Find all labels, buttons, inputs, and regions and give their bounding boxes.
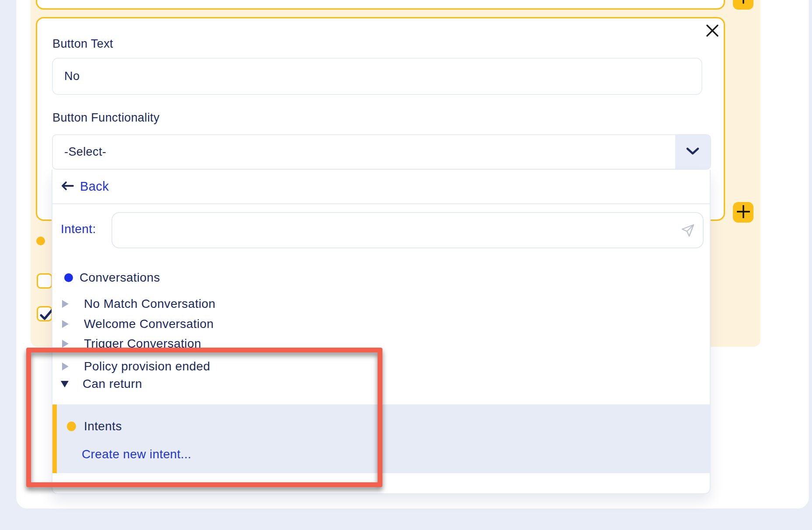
left-arrow-icon xyxy=(61,181,74,192)
caret-down-icon xyxy=(61,381,69,387)
select-chevron-cap[interactable] xyxy=(675,135,710,169)
intents-highlight-block: Intents Create new intent... xyxy=(52,404,710,473)
caret-right-icon xyxy=(62,340,69,348)
chevron-down-icon xyxy=(686,147,699,157)
tree-item-label: Can return xyxy=(83,377,142,391)
caret-right-icon xyxy=(62,320,69,328)
intents-label: Intents xyxy=(84,419,122,433)
back-label: Back xyxy=(80,179,109,194)
yellow-dot-icon xyxy=(67,422,76,431)
tree-item-label: Policy provision ended xyxy=(84,359,210,373)
plus-icon xyxy=(736,0,751,6)
select-value: -Select- xyxy=(64,135,106,169)
button-text-label: Button Text xyxy=(52,37,113,51)
caret-right-icon xyxy=(62,300,69,308)
button-text-input[interactable] xyxy=(52,58,702,95)
tree-item-label: Welcome Conversation xyxy=(84,317,214,331)
intent-label: Intent: xyxy=(61,205,96,253)
tree-item-can-return[interactable]: Can return xyxy=(52,374,710,394)
tree-item-label: Trigger Conversation xyxy=(84,337,201,351)
send-icon[interactable] xyxy=(681,223,695,237)
select-dropdown-panel: Back Intent: Conversations No Match Conv… xyxy=(52,170,711,494)
tree-item-welcome-conversation[interactable]: Welcome Conversation xyxy=(52,314,710,334)
back-button[interactable]: Back xyxy=(52,170,710,204)
create-new-intent-row[interactable]: Create new intent... xyxy=(52,445,710,464)
caret-right-icon xyxy=(62,363,69,370)
intent-search-input[interactable] xyxy=(111,212,704,248)
add-button-top[interactable] xyxy=(733,0,753,10)
checkbox-checked[interactable] xyxy=(37,306,52,321)
tree-item-trigger-conversation[interactable]: Trigger Conversation xyxy=(52,334,710,354)
intents-heading-row[interactable]: Intents xyxy=(52,417,710,436)
button-functionality-label: Button Functionality xyxy=(52,111,160,125)
tree-item-no-match-conversation[interactable]: No Match Conversation xyxy=(52,294,710,314)
screenshot-canvas: Button Text Button Functionality -Select… xyxy=(0,0,812,530)
button-card-previous xyxy=(36,0,725,10)
create-new-intent-link: Create new intent... xyxy=(82,447,191,461)
tree-item-label: No Match Conversation xyxy=(84,297,215,311)
close-icon xyxy=(706,24,719,38)
tree-root-conversations[interactable]: Conversations xyxy=(52,268,710,288)
blue-dot-icon xyxy=(64,273,73,282)
button-functionality-select[interactable]: -Select- xyxy=(52,134,711,170)
plus-icon xyxy=(737,205,750,220)
checkbox-unchecked[interactable] xyxy=(37,273,52,289)
option-bullet xyxy=(36,237,45,245)
close-button[interactable] xyxy=(704,23,721,39)
intent-search-row: Intent: xyxy=(52,205,710,253)
tree-root-label: Conversations xyxy=(80,271,160,285)
add-button-mid[interactable] xyxy=(733,202,753,223)
